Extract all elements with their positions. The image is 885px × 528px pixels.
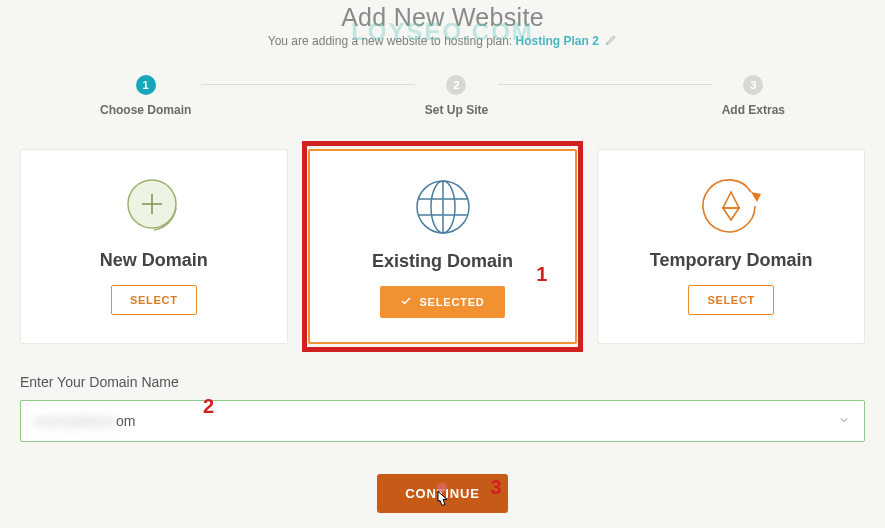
svg-marker-5 xyxy=(723,208,739,220)
chevron-down-icon xyxy=(838,412,850,430)
step-label: Add Extras xyxy=(722,103,785,117)
continue-label: CONTINUE xyxy=(405,486,479,501)
hosting-plan-link[interactable]: Hosting Plan 2 xyxy=(516,34,599,48)
page-subtitle: You are adding a new website to hosting … xyxy=(20,34,865,49)
select-temporary-domain-button[interactable]: SELECT xyxy=(688,285,774,315)
selected-existing-domain-button[interactable]: SELECTED xyxy=(380,286,504,318)
step-badge: 3 xyxy=(743,75,763,95)
step-badge: 1 xyxy=(136,75,156,95)
svg-marker-3 xyxy=(751,192,761,202)
step-set-up-site: 2 Set Up Site xyxy=(415,75,498,117)
clock-sync-icon xyxy=(699,174,763,238)
card-title: Temporary Domain xyxy=(650,250,813,271)
select-new-domain-button[interactable]: SELECT xyxy=(111,285,197,315)
wizard-stepper: 1 Choose Domain 2 Set Up Site 3 Add Extr… xyxy=(90,75,795,117)
sub-prefix: You are adding a new website to hosting … xyxy=(268,34,516,48)
step-choose-domain: 1 Choose Domain xyxy=(90,75,201,117)
plus-circle-icon xyxy=(122,174,186,238)
step-label: Set Up Site xyxy=(425,103,488,117)
card-existing-domain[interactable]: 1 Existing Domain SELECTED xyxy=(308,149,578,344)
domain-select[interactable]: exampletext om 2 xyxy=(20,400,865,442)
step-badge: 2 xyxy=(446,75,466,95)
domain-value-redacted: exampletext xyxy=(35,413,116,429)
domain-option-cards: New Domain SELECT 1 Existing Domain SELE… xyxy=(20,149,865,344)
check-icon xyxy=(400,295,412,309)
step-label: Choose Domain xyxy=(100,103,191,117)
svg-marker-4 xyxy=(723,192,739,208)
step-add-extras: 3 Add Extras xyxy=(712,75,795,117)
domain-value-suffix: om xyxy=(116,413,135,429)
page-title: Add New Website xyxy=(20,3,865,32)
selected-label: SELECTED xyxy=(419,296,484,308)
continue-button[interactable]: CONTINUE xyxy=(377,474,507,513)
annotation-number: 1 xyxy=(536,263,547,286)
annotation-box xyxy=(302,141,584,352)
domain-name-label: Enter Your Domain Name xyxy=(20,374,865,390)
card-temporary-domain[interactable]: Temporary Domain SELECT xyxy=(597,149,865,344)
globe-icon xyxy=(413,175,473,239)
card-new-domain[interactable]: New Domain SELECT xyxy=(20,149,288,344)
card-title: Existing Domain xyxy=(372,251,513,272)
pencil-icon[interactable] xyxy=(605,34,617,49)
card-title: New Domain xyxy=(100,250,208,271)
annotation-number: 2 xyxy=(203,395,214,418)
